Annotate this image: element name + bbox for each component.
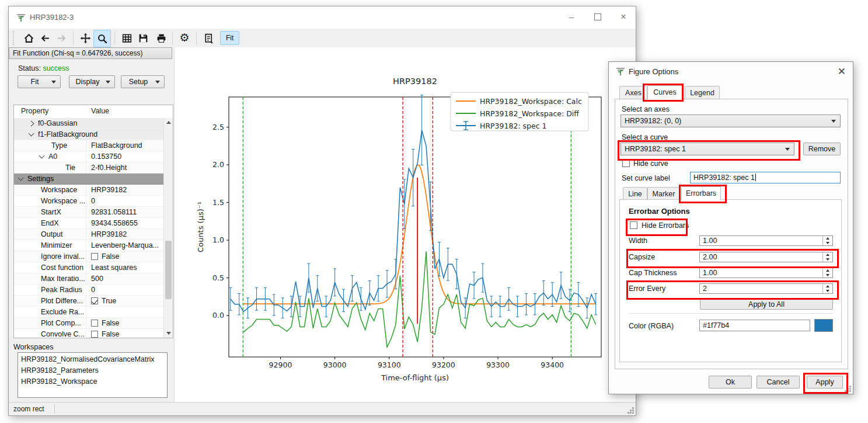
pan-icon [80,33,91,44]
select-curve-label: Select a curve [622,133,668,141]
fit-status: Status: success [18,64,69,72]
expander-down-icon[interactable] [29,131,34,137]
svg-text:HRP39182: HRP39182 [393,77,437,86]
dialog-close-icon[interactable]: ✕ [838,65,846,78]
remove-curve-button[interactable]: Remove [803,143,841,155]
hide-errorbars-label: Hide Errorbars [642,221,689,230]
tab-legend[interactable]: Legend [685,86,720,99]
expander-right-icon[interactable] [29,120,34,126]
scroll-down-button[interactable] [164,329,173,338]
apply-to-all-button[interactable]: Apply to All [700,298,833,310]
statusbar: zoom rect [9,402,636,415]
property-row[interactable]: Workspace ...0 [14,196,164,207]
property-row[interactable]: TypeFlatBackground [14,140,164,151]
property-row[interactable]: Plot Differe...True [14,296,164,307]
capsize-spinbox[interactable]: 2.00 [699,252,833,262]
display-menu-button[interactable]: Display [69,75,115,88]
property-row[interactable]: OutputHRP39182 [14,229,164,240]
workspaces-list[interactable]: HRP39182_NormalisedCovarianceMatrixHRP39… [18,352,168,398]
tab-axes[interactable]: Axes [619,86,647,99]
spin-up-icon [823,268,832,273]
back-button[interactable] [37,30,53,46]
value-checkbox[interactable] [91,320,98,327]
resize-grip-icon[interactable] [626,406,635,414]
svg-text:HRP39182_Workspace: Calc: HRP39182_Workspace: Calc [480,97,582,106]
value-checkbox[interactable] [91,297,98,304]
fit-menu-button[interactable]: Fit [18,75,61,88]
statusbar-message: zoom rect [13,405,44,413]
workspace-item[interactable]: HRP39182_NormalisedCovarianceMatrix [18,354,167,365]
axes-combobox[interactable]: HRP39182: (0, 0) [621,115,841,127]
property-row[interactable]: Peak Radius0 [14,285,164,296]
cancel-button[interactable]: Cancel [757,376,800,389]
property-row[interactable]: f0-Gaussian [14,118,164,129]
scrollbar-thumb[interactable] [165,241,172,299]
maximize-button[interactable] [588,9,608,25]
zoom-button[interactable] [93,30,111,47]
curve-label-input[interactable]: HRP39182: spec 1 [690,172,841,183]
property-row[interactable]: Exclude Ra... [14,307,164,318]
ok-button[interactable]: Ok [709,376,752,389]
color-input[interactable]: #1f77b4 [699,320,810,331]
tab-curves[interactable]: Curves [647,85,682,99]
property-row[interactable]: WorkspaceHRP39182 [14,185,164,196]
svg-text:93300: 93300 [486,360,510,369]
fit-toggle-button[interactable]: Fit [220,31,239,45]
forward-button[interactable] [53,30,69,46]
error-every-spinbox[interactable]: 2 [699,283,833,294]
property-row[interactable]: Max Iteratio...500 [14,273,164,285]
workspace-item[interactable]: HRP39182_Parameters [18,365,167,376]
customize-button[interactable]: ⚙ [176,30,193,46]
property-row[interactable]: Cost functionLeast squares [14,262,164,273]
curve-combobox[interactable]: HRP39182: spec 1 [621,143,794,155]
subtab-errorbars[interactable]: Errorbars [681,186,721,200]
setup-menu-button[interactable]: Setup [121,75,165,88]
home-icon [23,33,34,44]
spin-up-icon [823,284,832,289]
minimize-button[interactable]: – [562,9,581,25]
property-row[interactable]: Tie2-f0.Height [14,162,164,174]
color-rgba-label: Color (RGBA) [629,322,674,330]
chevron-down-icon [785,148,790,151]
property-row[interactable]: Convolve C...False [14,329,164,338]
color-swatch[interactable] [814,319,833,332]
cap-thickness-spinbox[interactable]: 1.00 [699,268,833,278]
property-section-row[interactable]: Settings [14,174,164,185]
property-row[interactable]: f1-FlatBackground [14,129,164,140]
save-button[interactable] [135,30,151,46]
toolbar-separator [73,32,74,44]
pan-button[interactable] [77,30,93,46]
generate-script-button[interactable] [200,30,217,46]
workspace-item[interactable]: HRP39182_Workspace [18,376,167,387]
subplots-button[interactable] [118,30,135,46]
value-checkbox[interactable] [91,331,98,338]
expander-down-icon[interactable] [39,153,45,159]
app-logo-icon [615,66,626,77]
scroll-up-button[interactable] [164,118,173,127]
property-row[interactable]: StartX92831.058111 [14,207,164,218]
subtab-marker[interactable]: Marker [647,187,680,200]
print-button[interactable] [153,30,169,46]
hide-errorbars-checkbox[interactable] [630,221,637,229]
plot-svg[interactable]: HRP39182Time-of-flight (μs)Counts (μs)⁻¹… [176,50,636,401]
toolbar-drag-handle[interactable] [13,31,16,45]
property-row[interactable]: EndX93434.558655 [14,218,164,229]
apply-button[interactable]: Apply [807,376,843,389]
property-row[interactable]: A00.153750 [14,151,164,162]
subtab-line[interactable]: Line [623,187,647,200]
svg-text:Time-of-flight (μs): Time-of-flight (μs) [381,373,449,382]
property-row[interactable]: MinimizerLevenberg-Marqua... [14,240,164,251]
property-grid-header: Property Value [14,105,173,119]
resize-grip-icon[interactable] [843,384,852,393]
property-row[interactable]: Ignore inval...False [14,251,164,262]
spin-down-icon [823,257,832,262]
expander-down-icon[interactable] [18,175,24,181]
property-row[interactable]: Plot Comp...False [14,318,164,329]
close-button[interactable]: × [613,9,633,25]
fit-function-header: Fit Function (Chi-sq = 0.647926, success… [9,47,172,59]
home-button[interactable] [20,30,37,46]
value-checkbox[interactable] [91,253,98,260]
width-spinbox[interactable]: 1.00 [699,235,833,246]
property-grid-scrollbar[interactable] [163,118,173,338]
hide-curve-checkbox[interactable] [622,160,630,167]
